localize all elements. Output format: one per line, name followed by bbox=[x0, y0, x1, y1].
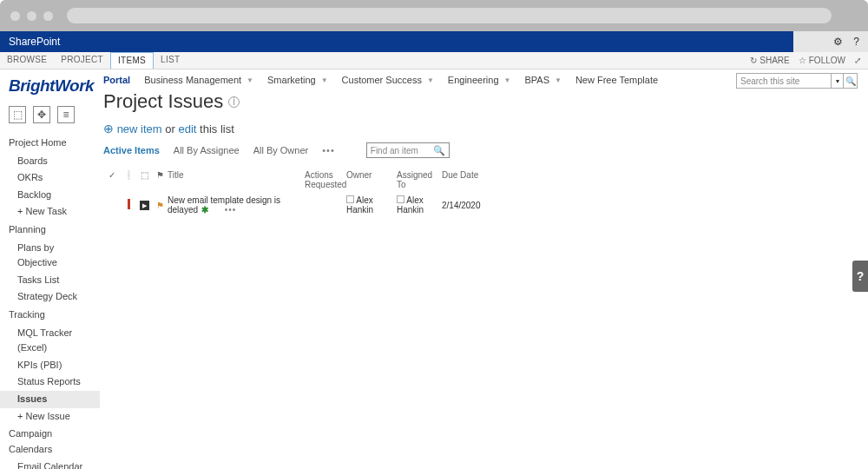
col-assigned[interactable]: Assigned To bbox=[397, 170, 442, 189]
col-priority[interactable]: ❕ bbox=[121, 170, 136, 189]
maximize-dot[interactable] bbox=[43, 11, 53, 21]
search-wrap: Search this site ▾ 🔍 bbox=[736, 73, 858, 89]
search-go-button[interactable]: 🔍 bbox=[844, 73, 858, 89]
nav-kpis[interactable]: KPIs (PBI) bbox=[9, 357, 95, 374]
col-attachment[interactable]: ⬚ bbox=[136, 170, 152, 189]
nav-new-task[interactable]: + New Task bbox=[9, 203, 95, 221]
suite-bar: SharePoint ⚙ ? bbox=[0, 31, 868, 52]
nav-new-issue[interactable]: + New Issue bbox=[9, 408, 95, 426]
ribbon-tab-browse[interactable]: BROWSE bbox=[0, 52, 54, 69]
plus-icon[interactable]: ⊕ bbox=[103, 122, 114, 135]
nav-mql-tracker[interactable]: MQL Tracker (Excel) bbox=[9, 325, 95, 357]
close-dot[interactable] bbox=[10, 11, 20, 21]
play-icon[interactable]: ▶ bbox=[140, 201, 149, 210]
new-item-link[interactable]: new item bbox=[117, 122, 162, 135]
upload-icon[interactable]: ⬚ bbox=[9, 106, 26, 123]
help-tab[interactable]: ? bbox=[852, 261, 868, 292]
chevron-down-icon: ▼ bbox=[427, 76, 434, 84]
site-logo[interactable]: BrightWork bbox=[9, 76, 95, 96]
view-all-by-assignee[interactable]: All By Assignee bbox=[174, 145, 240, 155]
help-icon[interactable]: ? bbox=[853, 36, 859, 48]
nav-tracking[interactable]: Tracking bbox=[9, 306, 95, 325]
views-more-icon[interactable]: ••• bbox=[322, 145, 335, 155]
nav-business-mgmt[interactable]: Business Management▼ bbox=[144, 75, 253, 85]
main-content: Portal Business Management▼ Smarketing▼ … bbox=[100, 69, 868, 469]
row-owner-cell[interactable]: Alex Hankin bbox=[346, 195, 397, 215]
priority-high-icon bbox=[128, 199, 130, 209]
nav-new-free-template[interactable]: New Free Template bbox=[575, 75, 658, 85]
ribbon: BROWSE PROJECT ITEMS LIST ↻ SHARE ☆ FOLL… bbox=[0, 52, 868, 69]
ribbon-actions: ↻ SHARE ☆ FOLLOW ⤢ bbox=[750, 52, 868, 69]
nav-backlog[interactable]: Backlog bbox=[9, 187, 95, 204]
col-actions[interactable]: Actions Requested bbox=[305, 170, 346, 189]
nav-email-calendar[interactable]: Email Calendar (Planner) bbox=[9, 459, 95, 469]
chevron-down-icon: ▼ bbox=[555, 76, 562, 84]
info-icon[interactable]: i bbox=[228, 96, 240, 108]
views-row: Active Items All By Assignee All By Owne… bbox=[103, 142, 859, 158]
nav-project-home[interactable]: Project Home bbox=[9, 134, 95, 153]
chevron-down-icon: ▼ bbox=[321, 76, 328, 84]
nav-tasks-list[interactable]: Tasks List bbox=[9, 272, 95, 289]
nav-issues[interactable]: Issues bbox=[0, 391, 100, 408]
col-select[interactable]: ✓ bbox=[103, 170, 121, 189]
row-assigned-cell[interactable]: Alex Hankin bbox=[397, 195, 442, 215]
ribbon-tab-items[interactable]: ITEMS bbox=[110, 52, 154, 69]
flag-icon[interactable]: ⚑ bbox=[156, 201, 164, 210]
grid-header: ✓ ❕ ⬚ ⚑ Title Actions Requested Owner As… bbox=[103, 167, 859, 193]
suite-bar-right: ⚙ ? bbox=[793, 31, 868, 52]
nav-strategy-deck[interactable]: Strategy Deck bbox=[9, 288, 95, 306]
list-icon[interactable]: ≡ bbox=[57, 106, 75, 123]
url-bar[interactable] bbox=[67, 8, 832, 23]
new-badge: ✱ bbox=[201, 205, 208, 215]
edit-list-link[interactable]: edit bbox=[178, 122, 196, 135]
row-more-icon[interactable]: ••• bbox=[225, 205, 237, 215]
page-title: Project Issues i bbox=[103, 90, 859, 113]
search-input[interactable]: Search this site bbox=[736, 73, 832, 89]
ribbon-tab-list[interactable]: LIST bbox=[154, 52, 187, 69]
nav-portal[interactable]: Portal bbox=[103, 75, 130, 85]
nav-planning[interactable]: Planning bbox=[9, 221, 95, 240]
view-all-by-owner[interactable]: All By Owner bbox=[253, 145, 309, 155]
nav-bpas[interactable]: BPAS▼ bbox=[524, 75, 561, 85]
find-input[interactable]: Find an item 🔍 bbox=[366, 142, 450, 158]
sharepoint-label[interactable]: SharePoint bbox=[9, 36, 60, 48]
nav-campaign-calendars[interactable]: Campaign Calendars bbox=[9, 425, 95, 459]
settings-icon[interactable]: ⚙ bbox=[833, 36, 843, 48]
table-row[interactable]: ▶ ⚑ New email template design is delayed… bbox=[103, 193, 859, 217]
nav-engineering[interactable]: Engineering▼ bbox=[448, 75, 511, 85]
nav-boards[interactable]: Boards bbox=[9, 153, 95, 170]
col-title[interactable]: Title bbox=[168, 170, 305, 189]
new-item-row: ⊕ new item or edit this list bbox=[103, 122, 859, 135]
ribbon-tab-project[interactable]: PROJECT bbox=[54, 52, 110, 69]
nav-smarketing[interactable]: Smarketing▼ bbox=[267, 75, 328, 85]
move-icon[interactable]: ✥ bbox=[33, 106, 50, 123]
left-panel: BrightWork ⬚ ✥ ≡ Project Home Boards OKR… bbox=[0, 69, 100, 469]
nav-okrs[interactable]: OKRs bbox=[9, 169, 95, 187]
search-scope-dropdown[interactable]: ▾ bbox=[832, 73, 844, 89]
nav-status-reports[interactable]: Status Reports bbox=[9, 373, 95, 391]
side-nav: Project Home Boards OKRs Backlog + New T… bbox=[9, 134, 95, 469]
browser-chrome bbox=[0, 0, 868, 31]
chevron-down-icon: ▼ bbox=[247, 76, 253, 84]
nav-plans-by-objective[interactable]: Plans by Objective bbox=[9, 240, 95, 272]
quick-actions: ⬚ ✥ ≡ bbox=[9, 106, 95, 123]
view-active-items[interactable]: Active Items bbox=[103, 145, 160, 155]
search-icon[interactable]: 🔍 bbox=[433, 145, 445, 156]
window-controls bbox=[10, 11, 53, 21]
col-due[interactable]: Due Date bbox=[442, 170, 494, 189]
row-title-cell[interactable]: New email template design is delayed✱ ••… bbox=[168, 195, 305, 215]
col-owner[interactable]: Owner bbox=[346, 170, 397, 189]
chevron-down-icon: ▼ bbox=[504, 76, 511, 84]
share-button[interactable]: ↻ SHARE bbox=[750, 56, 789, 65]
row-due-cell: 2/14/2020 bbox=[442, 201, 494, 210]
nav-customer-success[interactable]: Customer Success▼ bbox=[342, 75, 434, 85]
minimize-dot[interactable] bbox=[27, 11, 36, 21]
follow-button[interactable]: ☆ FOLLOW bbox=[799, 56, 845, 65]
focus-icon[interactable]: ⤢ bbox=[854, 56, 861, 65]
col-flag[interactable]: ⚑ bbox=[152, 170, 168, 189]
page-title-text: Project Issues bbox=[103, 90, 223, 113]
